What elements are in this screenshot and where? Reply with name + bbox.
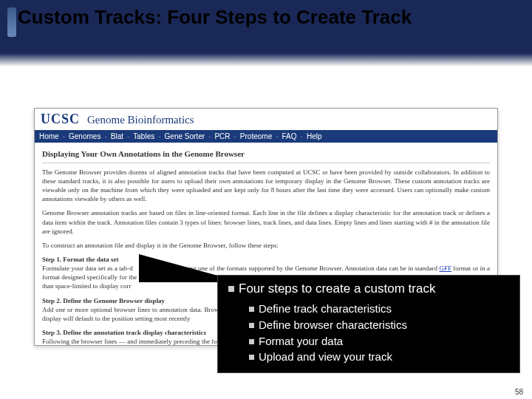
nav-item[interactable]: PCR [214,132,230,140]
content-paragraph: To construct an annotation file and disp… [42,241,490,250]
slide-number: 58 [515,388,523,396]
content-paragraph: The Genome Browser provides dozens of al… [42,168,490,204]
nav-item[interactable]: Genomes [69,132,100,140]
list-item: Define browser characteristics [249,317,512,333]
ucsc-nav: Home- Genomes- Blat- Tables- Gene Sorter… [35,130,497,143]
ucsc-subtitle: Genome Bioinformatics [87,114,194,126]
title-accent [7,7,16,37]
content-heading: Displaying Your Own Annotations in the G… [42,149,490,160]
callout-box: Four steps to create a custom track Defi… [217,275,520,373]
callout-heading: Four steps to create a custom track [228,282,512,296]
nav-item[interactable]: FAQ [282,132,297,140]
bullet-icon [249,307,254,312]
ucsc-header: UCSC Genome Bioinformatics [35,109,497,130]
step-label: Step 1. Format the data set [42,256,118,263]
nav-item[interactable]: Gene Sorter [165,132,205,140]
list-item: Upload and view your track [249,349,512,365]
content-paragraph: Genome Browser annotation tracks are bas… [42,208,490,235]
nav-item[interactable]: Proteome [240,132,272,140]
list-item: Define track characteristics [249,301,512,317]
bullet-icon [249,323,254,328]
bullet-icon [249,339,254,344]
bullet-icon [228,286,234,292]
list-item: Format your data [249,333,512,349]
step-label: Step 2. Define the Genome Browser displa… [42,297,165,304]
slide-title: Custom Tracks: Four Steps to Create Trac… [18,6,412,29]
step-label: Step 3. Define the annotation track disp… [42,329,206,336]
bullet-icon [249,355,254,360]
nav-item[interactable]: Tables [133,132,154,140]
link-gff[interactable]: GFF [439,265,451,272]
ucsc-logo: UCSC [41,112,80,126]
nav-item[interactable]: Blat [111,132,123,140]
nav-item[interactable]: Help [307,132,322,140]
nav-item[interactable]: Home [39,132,59,140]
callout-list: Define track characteristics Define brow… [249,301,512,365]
